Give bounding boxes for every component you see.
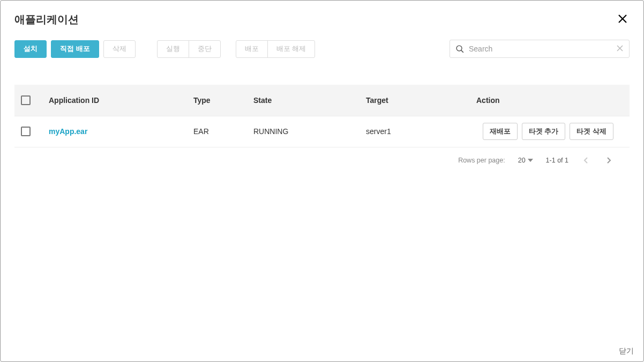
- deploy-button-group: 배포 배포 해제: [236, 40, 316, 58]
- close-icon[interactable]: [616, 13, 630, 27]
- col-header-target: Target: [360, 85, 470, 116]
- col-header-action: Action: [470, 85, 630, 116]
- lifecycle-button-group: 실행 중단: [157, 40, 221, 58]
- col-header-type: Type: [187, 85, 247, 116]
- remove-target-button[interactable]: 타겟 삭제: [570, 123, 613, 140]
- cell-target: server1: [360, 116, 470, 147]
- prev-page-button[interactable]: [581, 155, 591, 166]
- search-icon: [455, 45, 465, 54]
- applications-table: Application ID Type State Target Action …: [14, 85, 630, 147]
- cell-state: RUNNING: [247, 116, 360, 147]
- table-row: myApp.ear EAR RUNNING server1 재배포 타겟 추가 …: [14, 116, 630, 147]
- direct-deploy-button[interactable]: 직접 배포: [51, 40, 99, 58]
- application-id-link[interactable]: myApp.ear: [49, 127, 87, 136]
- application-modal: 애플리케이션 설치 직접 배포 삭제 실행 중단 배포 배포 해제: [0, 0, 644, 362]
- modal-header: 애플리케이션: [1, 1, 643, 34]
- undeploy-button[interactable]: 배포 해제: [267, 40, 316, 58]
- close-button[interactable]: 닫기: [619, 346, 634, 356]
- rows-per-page-select[interactable]: 20: [518, 157, 533, 164]
- install-button[interactable]: 설치: [14, 40, 47, 58]
- svg-point-2: [456, 46, 462, 51]
- search-input[interactable]: [469, 45, 612, 53]
- chevron-down-icon: [528, 158, 533, 163]
- delete-button[interactable]: 삭제: [103, 40, 136, 58]
- row-actions: 재배포 타겟 추가 타겟 삭제: [476, 123, 623, 140]
- modal-content: Application ID Type State Target Action …: [1, 61, 643, 361]
- col-header-state: State: [247, 85, 360, 116]
- cell-type: EAR: [187, 116, 247, 147]
- next-page-button[interactable]: [604, 155, 613, 166]
- add-target-button[interactable]: 타겟 추가: [522, 123, 565, 140]
- table-header-row: Application ID Type State Target Action: [14, 85, 630, 116]
- row-checkbox[interactable]: [21, 127, 31, 136]
- col-header-appid: Application ID: [42, 85, 187, 116]
- svg-marker-6: [528, 159, 533, 162]
- toolbar: 설치 직접 배포 삭제 실행 중단 배포 배포 해제: [1, 34, 643, 61]
- table-pager: Rows per page: 20 1-1 of 1: [14, 147, 630, 166]
- svg-line-3: [461, 50, 463, 52]
- modal-title: 애플리케이션: [14, 12, 79, 27]
- clear-search-icon[interactable]: [616, 45, 624, 54]
- redeploy-button[interactable]: 재배포: [483, 123, 518, 140]
- rows-per-page-label: Rows per page:: [458, 157, 505, 164]
- run-button[interactable]: 실행: [157, 40, 189, 58]
- stop-button[interactable]: 중단: [189, 40, 221, 58]
- select-all-checkbox[interactable]: [21, 95, 31, 105]
- page-range: 1-1 of 1: [546, 157, 568, 164]
- search-field[interactable]: [450, 40, 630, 58]
- deploy-button[interactable]: 배포: [236, 40, 268, 58]
